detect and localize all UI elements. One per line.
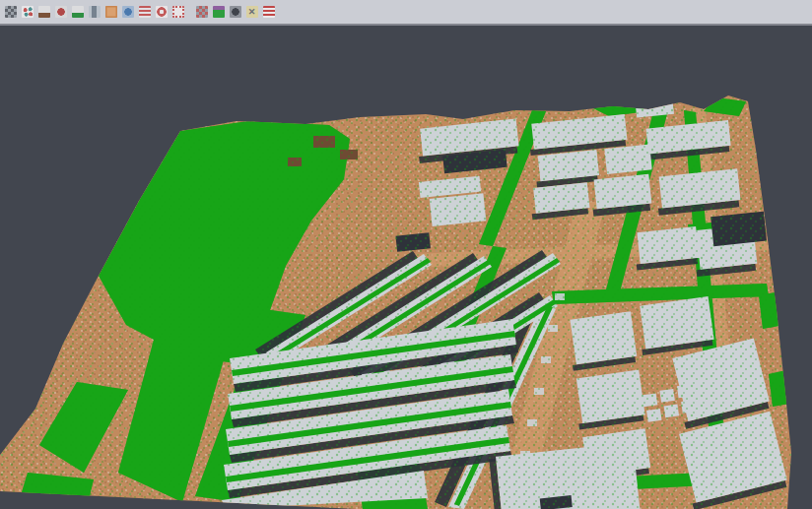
classify-points-icon[interactable]	[19, 2, 35, 22]
classification-colors-icon-glyph	[213, 6, 225, 18]
zoom-extents-icon-glyph	[172, 6, 184, 18]
measure-icon-glyph	[263, 6, 275, 18]
profile-lines-icon[interactable]	[136, 2, 153, 22]
point-cloud-icon-glyph	[5, 6, 17, 18]
toolbar	[0, 0, 812, 26]
radius-select-icon-glyph	[156, 6, 168, 18]
terrain-model-icon[interactable]	[35, 2, 52, 22]
viewport-3d[interactable]	[0, 28, 812, 509]
application-window: { "toolbar": { "buttons": [ {"name":"poi…	[0, 0, 812, 509]
annotation-icon[interactable]	[243, 2, 260, 22]
globe-icon[interactable]	[119, 2, 136, 22]
orthophoto-icon-glyph	[105, 6, 117, 18]
zoom-extents-icon[interactable]	[169, 2, 186, 22]
point-pick-icon[interactable]	[52, 2, 69, 22]
point-pick-icon-glyph	[55, 6, 67, 18]
orthophoto-icon[interactable]	[102, 2, 119, 22]
measure-icon[interactable]	[260, 2, 277, 22]
classification-colors-icon[interactable]	[210, 2, 227, 22]
annotation-icon-glyph	[246, 6, 258, 18]
section-view-icon[interactable]	[86, 2, 102, 22]
profile-lines-icon-glyph	[139, 6, 151, 18]
classify-points-icon-glyph	[22, 6, 34, 18]
section-view-icon-glyph	[89, 6, 101, 18]
surface-model-icon-glyph	[72, 6, 84, 18]
terrain-model-icon-glyph	[38, 6, 50, 18]
surface-model-icon[interactable]	[69, 2, 86, 22]
camera-icon[interactable]	[227, 2, 243, 22]
globe-icon-glyph	[122, 6, 134, 18]
point-cloud-icon[interactable]	[2, 2, 19, 22]
radius-select-icon[interactable]	[153, 2, 169, 22]
viewport-container	[0, 28, 812, 509]
tile-grid-icon-glyph	[196, 6, 208, 18]
camera-icon-glyph	[230, 6, 241, 18]
tile-grid-icon[interactable]	[193, 2, 210, 22]
